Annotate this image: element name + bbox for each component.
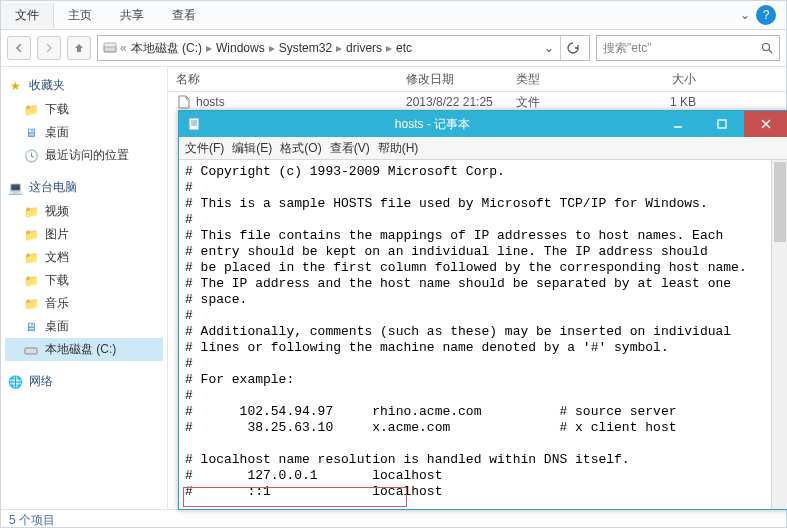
close-button[interactable]	[744, 111, 787, 137]
breadcrumb-seg-3[interactable]: drivers	[344, 41, 384, 55]
menu-view[interactable]: 查看(V)	[330, 140, 370, 157]
file-date: 2013/8/22 21:25	[406, 95, 516, 109]
notepad-menubar: 文件(F) 编辑(E) 格式(O) 查看(V) 帮助(H)	[179, 137, 787, 160]
tab-file[interactable]: 文件	[1, 3, 54, 28]
computer-icon: 💻	[7, 181, 23, 195]
sidebar-head-label: 这台电脑	[29, 179, 77, 196]
sidebar-item-pictures[interactable]: 📁 图片	[5, 223, 163, 246]
col-type[interactable]: 类型	[516, 71, 616, 88]
sidebar-thispc-head[interactable]: 💻 这台电脑	[5, 175, 163, 200]
svg-line-3	[769, 50, 772, 53]
svg-rect-4	[25, 348, 37, 354]
sidebar-favorites-head[interactable]: ★ 收藏夹	[5, 73, 163, 98]
tab-view[interactable]: 查看	[158, 3, 210, 28]
sidebar-head-label: 收藏夹	[29, 77, 65, 94]
sidebar-item-desktop[interactable]: 🖥 桌面	[5, 121, 163, 144]
col-size[interactable]: 大小	[616, 71, 726, 88]
sidebar-item-label: 文档	[45, 249, 69, 266]
sidebar-item-local-disk-c[interactable]: 本地磁盘 (C:)	[5, 338, 163, 361]
scrollbar[interactable]	[771, 160, 787, 509]
sidebar-item-label: 桌面	[45, 124, 69, 141]
breadcrumb-seg-1[interactable]: Windows	[214, 41, 267, 55]
breadcrumb-seg-4[interactable]: etc	[394, 41, 414, 55]
chevron-right-icon: ▸	[269, 41, 275, 55]
sidebar-item-label: 图片	[45, 226, 69, 243]
breadcrumb-seg-2[interactable]: System32	[277, 41, 334, 55]
sidebar-item-label: 本地磁盘 (C:)	[45, 341, 116, 358]
star-icon: ★	[7, 79, 23, 93]
address-bar-row: « 本地磁盘 (C:) ▸ Windows ▸ System32 ▸ drive…	[1, 30, 786, 67]
col-date[interactable]: 修改日期	[406, 71, 516, 88]
tab-share[interactable]: 共享	[106, 3, 158, 28]
sidebar-item-label: 下载	[45, 272, 69, 289]
notepad-icon	[185, 115, 203, 133]
chevron-down-icon[interactable]: ⌄	[734, 8, 756, 22]
help-button[interactable]: ?	[756, 5, 776, 25]
sidebar-item-label: 桌面	[45, 318, 69, 335]
nav-up-button[interactable]	[67, 36, 91, 60]
sidebar-item-recent[interactable]: 🕓 最近访问的位置	[5, 144, 163, 167]
file-row-hosts[interactable]: hosts 2013/8/22 21:25 文件 1 KB	[168, 92, 786, 112]
chevron-right-icon: ▸	[386, 41, 392, 55]
desktop-icon: 🖥	[23, 126, 39, 140]
sidebar-item-music[interactable]: 📁 音乐	[5, 292, 163, 315]
col-name[interactable]: 名称	[176, 71, 406, 88]
folder-icon: 📁	[23, 251, 39, 265]
svg-point-2	[763, 44, 770, 51]
maximize-button[interactable]	[700, 111, 744, 137]
network-icon: 🌐	[7, 375, 23, 389]
folder-icon: 📁	[23, 274, 39, 288]
sidebar-item-videos[interactable]: 📁 视频	[5, 200, 163, 223]
breadcrumb-seg-0[interactable]: 本地磁盘 (C:)	[129, 40, 204, 57]
svg-rect-10	[718, 120, 726, 128]
sidebar-item-label: 视频	[45, 203, 69, 220]
svg-rect-1	[104, 43, 116, 47]
chevron-right-icon: ▸	[206, 41, 212, 55]
sidebar-item-label: 下载	[45, 101, 69, 118]
nav-back-button[interactable]	[7, 36, 31, 60]
address-dropdown-icon[interactable]: ⌄	[540, 41, 558, 55]
notepad-titlebar[interactable]: hosts - 记事本	[179, 111, 787, 137]
navigation-pane: ★ 收藏夹 📁 下载 🖥 桌面 🕓 最近访问的位置 💻 这台电脑 📁	[1, 67, 168, 509]
folder-icon: 📁	[23, 228, 39, 242]
drive-icon	[102, 41, 118, 55]
minimize-button[interactable]	[656, 111, 700, 137]
address-bar[interactable]: « 本地磁盘 (C:) ▸ Windows ▸ System32 ▸ drive…	[97, 35, 590, 61]
sidebar-item-label: 音乐	[45, 295, 69, 312]
menu-edit[interactable]: 编辑(E)	[232, 140, 272, 157]
chevron-right-icon: ▸	[336, 41, 342, 55]
search-icon	[761, 42, 773, 54]
search-placeholder: 搜索"etc"	[603, 40, 652, 57]
sidebar-item-downloads[interactable]: 📁 下载	[5, 98, 163, 121]
sidebar-item-documents[interactable]: 📁 文档	[5, 246, 163, 269]
refresh-button[interactable]	[560, 36, 585, 60]
desktop-icon: 🖥	[23, 320, 39, 334]
status-bar: 5 个项目	[1, 509, 786, 528]
folder-icon: 📁	[23, 205, 39, 219]
search-input[interactable]: 搜索"etc"	[596, 35, 780, 61]
scrollbar-thumb[interactable]	[774, 162, 786, 242]
sidebar-head-label: 网络	[29, 373, 53, 390]
sidebar-item-downloads-2[interactable]: 📁 下载	[5, 269, 163, 292]
menu-file[interactable]: 文件(F)	[185, 140, 224, 157]
nav-forward-button[interactable]	[37, 36, 61, 60]
file-name: hosts	[196, 95, 225, 109]
notepad-text-area[interactable]: # Copyright (c) 1993-2009 Microsoft Corp…	[179, 160, 787, 509]
column-headers: 名称 修改日期 类型 大小	[168, 67, 786, 92]
sidebar-item-desktop-2[interactable]: 🖥 桌面	[5, 315, 163, 338]
menu-help[interactable]: 帮助(H)	[378, 140, 419, 157]
file-type: 文件	[516, 94, 616, 111]
ribbon-tabs: 文件 主页 共享 查看 ⌄ ?	[1, 1, 786, 30]
menu-format[interactable]: 格式(O)	[280, 140, 321, 157]
recent-icon: 🕓	[23, 149, 39, 163]
svg-rect-5	[189, 118, 199, 130]
breadcrumb-chevrons: «	[120, 41, 127, 55]
tab-home[interactable]: 主页	[54, 3, 106, 28]
notepad-window: hosts - 记事本 文件(F) 编辑(E) 格式(O) 查看(V) 帮助(H…	[178, 110, 787, 510]
window-controls	[656, 111, 787, 137]
folder-icon: 📁	[23, 103, 39, 117]
file-size: 1 KB	[616, 95, 726, 109]
status-text: 5 个项目	[9, 512, 55, 529]
drive-icon	[23, 343, 39, 357]
sidebar-network-head[interactable]: 🌐 网络	[5, 369, 163, 394]
